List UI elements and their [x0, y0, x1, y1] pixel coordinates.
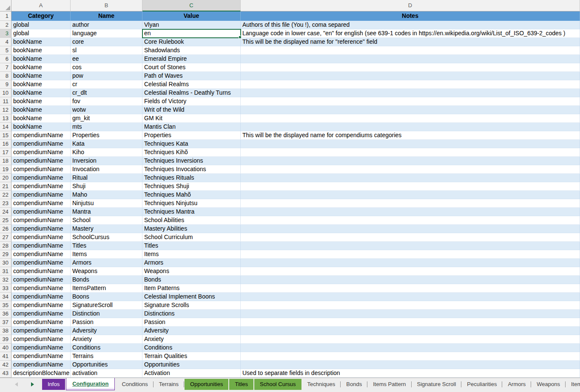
cell-D33[interactable]: [241, 284, 580, 293]
cell-A3[interactable]: global: [11, 29, 71, 38]
cell-B16[interactable]: Kata: [71, 140, 142, 148]
cell-D14[interactable]: [241, 123, 580, 131]
row-header-37[interactable]: 37: [0, 318, 11, 327]
cell-B15[interactable]: Properties: [71, 131, 142, 140]
cell-A20[interactable]: compendiumName: [11, 174, 71, 182]
sheet-tab-configuration[interactable]: Configuration: [66, 378, 115, 390]
cell-C32[interactable]: Bonds: [142, 276, 241, 284]
cell-C18[interactable]: Techniques Inversions: [142, 157, 241, 165]
cell-B2[interactable]: author: [71, 21, 142, 29]
cell-D10[interactable]: [241, 89, 580, 97]
row-header-18[interactable]: 18: [0, 157, 11, 165]
cell-C12[interactable]: Writ of the Wild: [142, 106, 241, 114]
cell-C22[interactable]: Techniques Mahõ: [142, 191, 241, 199]
cell-B19[interactable]: Invocation: [71, 165, 142, 174]
cell-C35[interactable]: Signature Scrolls: [142, 301, 241, 310]
cell-D25[interactable]: [241, 216, 580, 225]
cell-C8[interactable]: Path of Waves: [142, 72, 241, 80]
cell-C38[interactable]: Adversity: [142, 327, 241, 335]
cell-A8[interactable]: bookName: [11, 72, 71, 80]
sheet-tab-titles[interactable]: Titles: [229, 379, 253, 390]
cell-D36[interactable]: [241, 310, 580, 318]
cell-B41[interactable]: Terrains: [71, 352, 142, 361]
cell-D5[interactable]: [241, 46, 580, 55]
cell-A34[interactable]: compendiumName: [11, 293, 71, 301]
cell-D28[interactable]: [241, 242, 580, 250]
row-header-4[interactable]: 4: [0, 38, 11, 46]
sheet-tab-items[interactable]: Items: [566, 379, 580, 390]
row-header-5[interactable]: 5: [0, 46, 11, 55]
cell-A40[interactable]: compendiumName: [11, 344, 71, 352]
cell-A38[interactable]: compendiumName: [11, 327, 71, 335]
cell-B34[interactable]: Boons: [71, 293, 142, 301]
cell-B37[interactable]: Passion: [71, 318, 142, 327]
cell-B11[interactable]: fov: [71, 97, 142, 106]
cell-B38[interactable]: Adversity: [71, 327, 142, 335]
cell-B33[interactable]: ItemsPattern: [71, 284, 142, 293]
cell-D20[interactable]: [241, 174, 580, 182]
cell-C13[interactable]: GM Kit: [142, 114, 241, 123]
row-header-38[interactable]: 38: [0, 327, 11, 335]
sheet-tab-school-cursus[interactable]: School Cursus: [254, 379, 301, 390]
sheet-tab-opportunities[interactable]: Opportunities: [185, 379, 228, 390]
cell-B40[interactable]: Conditions: [71, 344, 142, 352]
cell-B39[interactable]: Anxiety: [71, 335, 142, 344]
cell-A32[interactable]: compendiumName: [11, 276, 71, 284]
cell-D38[interactable]: [241, 327, 580, 335]
row-header-41[interactable]: 41: [0, 352, 11, 361]
cell-D19[interactable]: [241, 165, 580, 174]
cell-A19[interactable]: compendiumName: [11, 165, 71, 174]
cell-A26[interactable]: compendiumName: [11, 225, 71, 233]
row-header-16[interactable]: 16: [0, 140, 11, 148]
cell-B30[interactable]: Armors: [71, 259, 142, 267]
cell-D31[interactable]: [241, 267, 580, 276]
cell-D43[interactable]: Used to separate fields in description: [241, 369, 580, 378]
fill-handle[interactable]: [239, 36, 242, 39]
cell-A39[interactable]: compendiumName: [11, 335, 71, 344]
sheet-tab-bonds[interactable]: Bonds: [341, 379, 367, 390]
cell-D12[interactable]: [241, 106, 580, 114]
cell-C40[interactable]: Conditions: [142, 344, 241, 352]
row-header-12[interactable]: 12: [0, 106, 11, 114]
cell-B27[interactable]: SchoolCursus: [71, 233, 142, 242]
cell-C14[interactable]: Mantis Clan: [142, 123, 241, 131]
cell-D4[interactable]: This will be the displayed name for "ref…: [241, 38, 580, 46]
cell-A7[interactable]: bookName: [11, 63, 71, 72]
cell-D13[interactable]: [241, 114, 580, 123]
cell-A37[interactable]: compendiumName: [11, 318, 71, 327]
cell-A10[interactable]: bookName: [11, 89, 71, 97]
cell-B25[interactable]: School: [71, 216, 142, 225]
sheet-tab-conditions[interactable]: Conditions: [116, 379, 153, 390]
cell-A36[interactable]: compendiumName: [11, 310, 71, 318]
cell-A2[interactable]: global: [11, 21, 71, 29]
cell-A42[interactable]: compendiumName: [11, 361, 71, 369]
cell-D32[interactable]: [241, 276, 580, 284]
cell-A33[interactable]: compendiumName: [11, 284, 71, 293]
cell-C10[interactable]: Celestial Realms - Deathly Turns: [142, 89, 241, 97]
cell-B9[interactable]: cr: [71, 80, 142, 89]
cell-D6[interactable]: [241, 55, 580, 63]
cell-A23[interactable]: compendiumName: [11, 199, 71, 208]
row-header-9[interactable]: 9: [0, 80, 11, 89]
cell-B12[interactable]: wotw: [71, 106, 142, 114]
row-header-6[interactable]: 6: [0, 55, 11, 63]
cell-D3[interactable]: Language code in lower case, "en" for en…: [241, 29, 580, 38]
cell-C6[interactable]: Emerald Empire: [142, 55, 241, 63]
sheet-tab-signature-scroll[interactable]: Signature Scroll: [412, 379, 462, 390]
cell-D27[interactable]: [241, 233, 580, 242]
cell-A27[interactable]: compendiumName: [11, 233, 71, 242]
cell-B43[interactable]: activation: [71, 369, 142, 378]
cell-D22[interactable]: [241, 191, 580, 199]
sheet-tab-infos[interactable]: Infos: [42, 379, 65, 390]
cell-B18[interactable]: Inversion: [71, 157, 142, 165]
cell-C9[interactable]: Celestial Realms: [142, 80, 241, 89]
row-header-21[interactable]: 21: [0, 182, 11, 191]
cell-B6[interactable]: ee: [71, 55, 142, 63]
cell-B3[interactable]: language: [71, 29, 142, 38]
sheet-tab-techniques[interactable]: Techniques: [302, 379, 341, 390]
cell-C24[interactable]: Techniques Mantra: [142, 208, 241, 216]
cell-D39[interactable]: [241, 335, 580, 344]
cell-B26[interactable]: Mastery: [71, 225, 142, 233]
cell-A9[interactable]: bookName: [11, 80, 71, 89]
cell-C29[interactable]: Items: [142, 250, 241, 259]
